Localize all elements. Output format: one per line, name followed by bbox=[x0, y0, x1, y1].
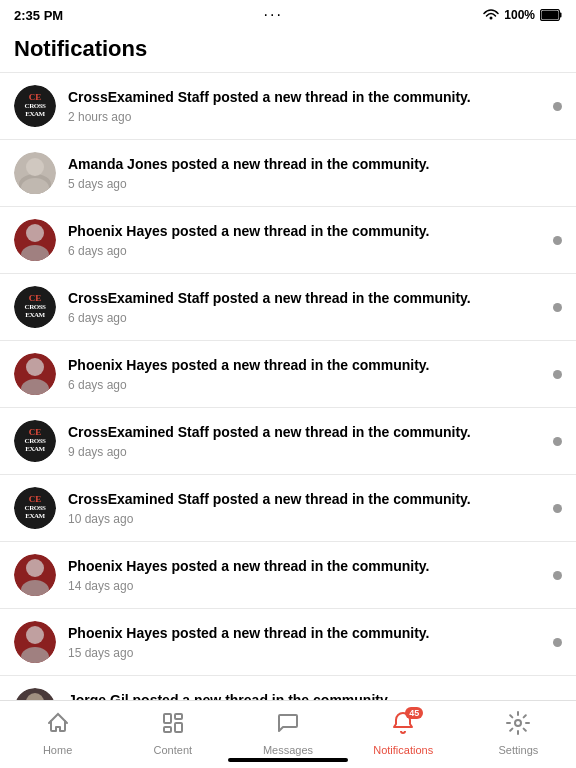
unread-dot bbox=[553, 236, 562, 245]
avatar: CE CROSS EXAM bbox=[14, 420, 56, 462]
notification-text: Phoenix Hayes posted a new thread in the… bbox=[68, 557, 543, 575]
notification-text: Phoenix Hayes posted a new thread in the… bbox=[68, 222, 543, 240]
avatar: CE CROSS EXAM bbox=[14, 286, 56, 328]
unread-dot bbox=[553, 303, 562, 312]
svg-point-21 bbox=[515, 720, 521, 726]
wifi-icon bbox=[483, 9, 499, 21]
bell-icon: 45 bbox=[391, 711, 415, 741]
home-icon bbox=[46, 711, 70, 741]
svg-point-6 bbox=[21, 245, 49, 261]
avatar: CE CROSS EXAM bbox=[14, 487, 56, 529]
avatar bbox=[14, 152, 56, 194]
notification-text: CrossExamined Staff posted a new thread … bbox=[68, 289, 543, 307]
battery-text: 100% bbox=[504, 8, 535, 22]
unread-dot bbox=[553, 504, 562, 513]
svg-rect-1 bbox=[560, 13, 562, 18]
messages-icon bbox=[276, 711, 300, 741]
notification-time: 15 days ago bbox=[68, 646, 543, 660]
svg-rect-17 bbox=[164, 714, 171, 723]
avatar bbox=[14, 554, 56, 596]
notification-content: CrossExamined Staff posted a new thread … bbox=[68, 88, 543, 123]
tab-notifications[interactable]: 45 Notifications bbox=[346, 705, 461, 756]
svg-point-12 bbox=[21, 647, 49, 663]
list-item[interactable]: Phoenix Hayes posted a new thread in the… bbox=[0, 542, 576, 609]
notification-time: 6 days ago bbox=[68, 378, 543, 392]
notification-content: CrossExamined Staff posted a new thread … bbox=[68, 423, 543, 458]
svg-rect-20 bbox=[164, 727, 171, 732]
svg-point-11 bbox=[26, 626, 44, 644]
tab-messages-label: Messages bbox=[263, 744, 313, 756]
notifications-container: CE CROSS EXAM CrossExamined Staff posted… bbox=[0, 72, 576, 768]
notification-text: Amanda Jones posted a new thread in the … bbox=[68, 155, 562, 173]
status-dots: ··· bbox=[264, 6, 283, 24]
page-title: Notifications bbox=[0, 28, 576, 72]
notification-text: CrossExamined Staff posted a new thread … bbox=[68, 490, 543, 508]
avatar bbox=[14, 219, 56, 261]
svg-point-10 bbox=[21, 580, 49, 596]
notification-time: 2 hours ago bbox=[68, 110, 543, 124]
avatar bbox=[14, 353, 56, 395]
svg-rect-18 bbox=[175, 714, 182, 719]
svg-point-9 bbox=[26, 559, 44, 577]
list-item[interactable]: Phoenix Hayes posted a new thread in the… bbox=[0, 207, 576, 274]
svg-rect-19 bbox=[175, 723, 182, 732]
content-icon bbox=[161, 711, 185, 741]
notification-content: Amanda Jones posted a new thread in the … bbox=[68, 155, 562, 190]
notification-text: Phoenix Hayes posted a new thread in the… bbox=[68, 356, 543, 374]
notification-text: Phoenix Hayes posted a new thread in the… bbox=[68, 624, 543, 642]
settings-icon bbox=[506, 711, 530, 741]
tab-content-label: Content bbox=[154, 744, 193, 756]
tab-messages[interactable]: Messages bbox=[230, 705, 345, 756]
notification-time: 6 days ago bbox=[68, 311, 543, 325]
svg-point-3 bbox=[26, 158, 44, 176]
notification-time: 6 days ago bbox=[68, 244, 543, 258]
unread-dot bbox=[553, 638, 562, 647]
status-time: 2:35 PM bbox=[14, 8, 63, 23]
tab-settings-label: Settings bbox=[499, 744, 539, 756]
notification-time: 9 days ago bbox=[68, 445, 543, 459]
status-icons: 100% bbox=[483, 8, 562, 22]
list-item[interactable]: CE CROSS EXAM CrossExamined Staff posted… bbox=[0, 73, 576, 140]
unread-dot bbox=[553, 370, 562, 379]
list-item[interactable]: Phoenix Hayes posted a new thread in the… bbox=[0, 609, 576, 676]
list-item[interactable]: Amanda Jones posted a new thread in the … bbox=[0, 140, 576, 207]
unread-dot bbox=[553, 102, 562, 111]
list-item[interactable]: Phoenix Hayes posted a new thread in the… bbox=[0, 341, 576, 408]
notification-content: Phoenix Hayes posted a new thread in the… bbox=[68, 222, 543, 257]
notification-badge: 45 bbox=[405, 707, 423, 719]
notification-time: 14 days ago bbox=[68, 579, 543, 593]
notification-text: CrossExamined Staff posted a new thread … bbox=[68, 423, 543, 441]
svg-rect-2 bbox=[542, 11, 559, 20]
svg-point-5 bbox=[26, 224, 44, 242]
avatar bbox=[14, 621, 56, 663]
home-indicator bbox=[228, 758, 348, 762]
svg-point-4 bbox=[21, 178, 49, 194]
unread-dot bbox=[553, 571, 562, 580]
tab-home-label: Home bbox=[43, 744, 72, 756]
tab-notifications-label: Notifications bbox=[373, 744, 433, 756]
svg-point-7 bbox=[26, 358, 44, 376]
notification-content: Phoenix Hayes posted a new thread in the… bbox=[68, 624, 543, 659]
notification-list: CE CROSS EXAM CrossExamined Staff posted… bbox=[0, 72, 576, 768]
notification-text: CrossExamined Staff posted a new thread … bbox=[68, 88, 543, 106]
svg-point-8 bbox=[21, 379, 49, 395]
avatar: CE CROSS EXAM bbox=[14, 85, 56, 127]
tab-home[interactable]: Home bbox=[0, 705, 115, 756]
status-bar: 2:35 PM ··· 100% bbox=[0, 0, 576, 28]
notification-time: 10 days ago bbox=[68, 512, 543, 526]
notification-content: CrossExamined Staff posted a new thread … bbox=[68, 490, 543, 525]
notification-content: CrossExamined Staff posted a new thread … bbox=[68, 289, 543, 324]
list-item[interactable]: CE CROSS EXAM CrossExamined Staff posted… bbox=[0, 274, 576, 341]
tab-content[interactable]: Content bbox=[115, 705, 230, 756]
notification-time: 5 days ago bbox=[68, 177, 562, 191]
unread-dot bbox=[553, 437, 562, 446]
tab-settings[interactable]: Settings bbox=[461, 705, 576, 756]
list-item[interactable]: CE CROSS EXAM CrossExamined Staff posted… bbox=[0, 475, 576, 542]
notification-content: Phoenix Hayes posted a new thread in the… bbox=[68, 557, 543, 592]
notification-content: Phoenix Hayes posted a new thread in the… bbox=[68, 356, 543, 391]
list-item[interactable]: CE CROSS EXAM CrossExamined Staff posted… bbox=[0, 408, 576, 475]
battery-icon bbox=[540, 9, 562, 21]
